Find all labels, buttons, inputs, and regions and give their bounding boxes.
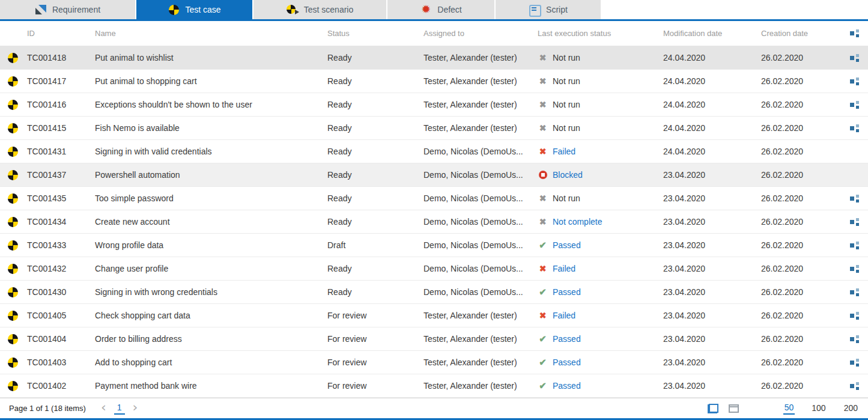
header-name[interactable]: Name (95, 29, 327, 38)
page-size-50[interactable]: 50 (783, 402, 795, 415)
row-modification-date: 24.04.2020 (663, 53, 761, 62)
table-row[interactable]: TC001435 Too simple password Ready Demo,… (0, 187, 868, 210)
page-size-100[interactable]: 100 (810, 403, 827, 414)
row-id: TC001437 (27, 170, 95, 180)
table-row[interactable]: TC001418 Put animal to wishlist Ready Te… (0, 46, 868, 70)
row-status: Ready (327, 100, 423, 109)
row-creation-date: 26.02.2020 (761, 334, 841, 344)
table-row[interactable]: TC001430 Signing in with wrong credentia… (0, 281, 868, 304)
exec-failed-icon (538, 147, 548, 157)
copy-pages-icon[interactable] (708, 404, 718, 413)
table-row[interactable]: TC001431 Signing in with valid credentia… (0, 140, 868, 163)
exec-blocked-icon (538, 170, 548, 180)
table-row[interactable]: TC001437 Powershell automation Ready Dem… (0, 163, 868, 187)
row-creation-date: 26.02.2020 (761, 311, 841, 320)
tab-label: Test scenario (304, 5, 353, 14)
exec-status-link[interactable]: Blocked (553, 170, 583, 180)
exec-status-link[interactable]: Failed (553, 264, 575, 273)
exec-status-link[interactable]: Passed (553, 334, 581, 344)
table-row[interactable]: TC001415 Fish Nemo is available Ready Te… (0, 117, 868, 140)
exec-status-link[interactable]: Passed (553, 287, 581, 297)
row-id: TC001403 (27, 358, 95, 367)
structure-icon[interactable] (850, 359, 859, 367)
defect-icon (420, 4, 432, 15)
structure-icon[interactable] (850, 54, 859, 62)
exec-status-link[interactable]: Passed (553, 240, 581, 250)
structure-icon[interactable] (850, 288, 859, 296)
structure-icon[interactable] (850, 312, 859, 320)
table-row[interactable]: TC001405 Check shopping cart data For re… (0, 304, 868, 327)
structure-icon[interactable] (850, 29, 859, 37)
test-case-icon (8, 311, 18, 321)
structure-icon[interactable] (850, 195, 859, 202)
row-assigned-to: Demo, Nicolas (DemoUs... (423, 147, 538, 156)
row-status: Ready (327, 287, 423, 297)
row-creation-date: 26.02.2020 (761, 123, 841, 133)
tab-requirement[interactable]: Requirement (0, 0, 136, 19)
table-row[interactable]: TC001434 Create new account Ready Demo, … (0, 210, 868, 234)
row-name: Create new account (95, 217, 327, 227)
tab-script[interactable]: Script (496, 0, 602, 19)
exec-status-link[interactable]: Failed (553, 311, 575, 320)
table-row[interactable]: TC001402 Payment method bank wire For re… (0, 374, 868, 398)
row-assigned-to: Tester, Alexander (tester) (423, 381, 538, 391)
row-assigned-to: Demo, Nicolas (DemoUs... (423, 193, 538, 203)
row-creation-date: 26.02.2020 (761, 53, 841, 62)
row-creation-date: 26.02.2020 (761, 147, 841, 156)
table-row[interactable]: TC001416 Exceptions shouldn't be shown t… (0, 93, 868, 117)
exec-passed-icon (538, 381, 548, 391)
page-size-200[interactable]: 200 (843, 403, 859, 414)
tab-defect[interactable]: Defect (387, 0, 496, 19)
row-status: Ready (327, 217, 423, 227)
row-status: Ready (327, 264, 423, 273)
header-assigned-to[interactable]: Assigned to (423, 29, 538, 38)
table-row[interactable]: TC001404 Order to billing address For re… (0, 327, 868, 351)
header-status[interactable]: Status (327, 29, 423, 38)
row-creation-date: 26.02.2020 (761, 287, 841, 297)
row-status: Ready (327, 76, 423, 86)
row-name: Payment method bank wire (95, 381, 327, 391)
structure-icon[interactable] (850, 101, 859, 109)
row-status: For review (327, 334, 423, 344)
tab-label: Script (546, 5, 568, 14)
row-assigned-to: Demo, Nicolas (DemoUs... (423, 287, 538, 297)
header-creation-date[interactable]: Creation date (761, 29, 841, 38)
exec-status-link[interactable]: Not complete (553, 217, 602, 227)
structure-icon[interactable] (850, 335, 859, 343)
row-status: Ready (327, 123, 423, 133)
structure-icon[interactable] (850, 124, 859, 132)
exec-status-link[interactable]: Passed (553, 381, 581, 391)
table-row[interactable]: TC001403 Add to shopping cart For review… (0, 351, 868, 374)
row-id: TC001435 (27, 193, 95, 203)
table-row[interactable]: TC001433 Wrong profile data Draft Demo, … (0, 234, 868, 257)
table-row[interactable]: TC001417 Put animal to shopping cart Rea… (0, 70, 868, 93)
row-id: TC001416 (27, 100, 95, 109)
tab-test-scenario[interactable]: Test scenario (253, 0, 387, 19)
row-modification-date: 24.04.2020 (663, 123, 761, 133)
structure-icon[interactable] (850, 78, 859, 85)
prev-page-button[interactable]: ‹ (96, 401, 112, 416)
header-id[interactable]: ID (27, 29, 95, 38)
exec-status-link[interactable]: Passed (553, 358, 581, 367)
test-case-icon (8, 76, 18, 87)
exec-passed-icon (538, 240, 548, 251)
row-name: Exceptions shouldn't be shown to the use… (95, 100, 327, 109)
current-page-button[interactable]: 1 (114, 402, 125, 415)
row-modification-date: 23.04.2020 (663, 358, 761, 367)
exec-status-link[interactable]: Failed (553, 147, 575, 156)
header-last-execution-status[interactable]: Last execution status (538, 29, 663, 38)
row-status: For review (327, 358, 423, 367)
export-window-icon[interactable] (729, 404, 739, 413)
row-modification-date: 24.04.2020 (663, 147, 761, 156)
structure-icon[interactable] (850, 265, 859, 273)
test-case-icon (8, 264, 18, 274)
table-body: TC001418 Put animal to wishlist Ready Te… (0, 46, 868, 398)
next-page-button[interactable]: › (127, 401, 144, 416)
structure-icon[interactable] (850, 218, 859, 226)
table-row[interactable]: TC001432 Change user profile Ready Demo,… (0, 257, 868, 281)
tab-label: Requirement (52, 5, 100, 14)
header-modification-date[interactable]: Modification date (663, 29, 761, 38)
structure-icon[interactable] (850, 242, 859, 249)
structure-icon[interactable] (850, 382, 859, 390)
tab-test-case[interactable]: Test case (136, 0, 253, 19)
